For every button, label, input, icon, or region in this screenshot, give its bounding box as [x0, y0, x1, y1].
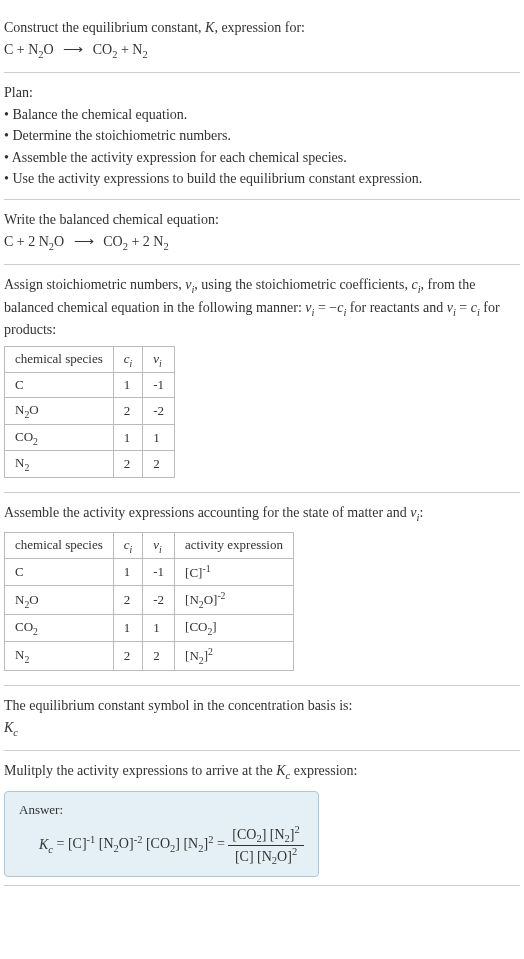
header-section: Construct the equilibrium constant, K, e…: [4, 8, 520, 73]
cell-expr: [N2O]-2: [175, 586, 294, 615]
cell-v: -1: [143, 373, 175, 398]
table-row: C1-1[C]-1: [5, 559, 294, 586]
cell-c: 2: [113, 586, 143, 615]
plan-title: Plan:: [4, 83, 520, 103]
activity-section: Assemble the activity expressions accoun…: [4, 493, 520, 686]
cell-c: 1: [113, 424, 143, 451]
answer-box: Answer: Kc = [C]-1 [N2O]-2 [CO2] [N2]2 =…: [4, 791, 319, 877]
plan-section: Plan: • Balance the chemical equation. •…: [4, 73, 520, 200]
th-species: chemical species: [5, 346, 114, 373]
cell-c: 2: [113, 451, 143, 478]
cell-species: N2: [5, 641, 114, 670]
plan-item-1: • Balance the chemical equation.: [4, 105, 520, 125]
cell-c: 1: [113, 373, 143, 398]
table-row: N2O2-2[N2O]-2: [5, 586, 294, 615]
symbol-text: The equilibrium constant symbol in the c…: [4, 696, 520, 716]
activity-table: chemical species ci νi activity expressi…: [4, 532, 294, 671]
answer-equation: Kc = [C]-1 [N2O]-2 [CO2] [N2]2 = [CO2] […: [39, 824, 304, 866]
cell-species: CO2: [5, 615, 114, 642]
cell-v: 2: [143, 641, 175, 670]
prompt-line: Construct the equilibrium constant, K, e…: [4, 18, 520, 38]
result-text: Mulitply the activity expressions to arr…: [4, 761, 520, 783]
table-row: C1-1: [5, 373, 175, 398]
cell-c: 1: [113, 615, 143, 642]
symbol-kc: Kc: [4, 718, 520, 740]
table-row: N222: [5, 451, 175, 478]
th-vi: νi: [143, 532, 175, 559]
cell-v: -2: [143, 398, 175, 425]
activity-text: Assemble the activity expressions accoun…: [4, 503, 520, 525]
table-row: N2O2-2: [5, 398, 175, 425]
cell-species: N2O: [5, 586, 114, 615]
plan-item-2-text: Determine the stoichiometric numbers.: [12, 128, 231, 143]
stoich-section: Assign stoichiometric numbers, νi, using…: [4, 265, 520, 493]
unbalanced-equation: C + N2O ⟶ CO2 + N2: [4, 40, 520, 62]
th-expr: activity expression: [175, 532, 294, 559]
plan-item-4: • Use the activity expressions to build …: [4, 169, 520, 189]
th-vi: νi: [143, 346, 175, 373]
plan-item-2: • Determine the stoichiometric numbers.: [4, 126, 520, 146]
cell-species: C: [5, 373, 114, 398]
table-header-row: chemical species ci νi activity expressi…: [5, 532, 294, 559]
balanced-title: Write the balanced chemical equation:: [4, 210, 520, 230]
table-row: N222[N2]2: [5, 641, 294, 670]
cell-species: N2: [5, 451, 114, 478]
cell-expr: [CO2]: [175, 615, 294, 642]
cell-c: 2: [113, 641, 143, 670]
plan-item-1-text: Balance the chemical equation.: [12, 107, 187, 122]
result-section: Mulitply the activity expressions to arr…: [4, 751, 520, 886]
th-ci: ci: [113, 346, 143, 373]
cell-v: -2: [143, 586, 175, 615]
stoich-text: Assign stoichiometric numbers, νi, using…: [4, 275, 520, 340]
cell-v: -1: [143, 559, 175, 586]
cell-species: CO2: [5, 424, 114, 451]
answer-label: Answer:: [19, 802, 304, 818]
cell-v: 1: [143, 424, 175, 451]
table-row: CO211[CO2]: [5, 615, 294, 642]
cell-c: 2: [113, 398, 143, 425]
th-ci: ci: [113, 532, 143, 559]
symbol-section: The equilibrium constant symbol in the c…: [4, 686, 520, 751]
balanced-equation: C + 2 N2O ⟶ CO2 + 2 N2: [4, 232, 520, 254]
cell-expr: [C]-1: [175, 559, 294, 586]
cell-species: N2O: [5, 398, 114, 425]
cell-v: 2: [143, 451, 175, 478]
th-species: chemical species: [5, 532, 114, 559]
plan-item-3: • Assemble the activity expression for e…: [4, 148, 520, 168]
balanced-section: Write the balanced chemical equation: C …: [4, 200, 520, 265]
cell-expr: [N2]2: [175, 641, 294, 670]
cell-species: C: [5, 559, 114, 586]
table-row: CO211: [5, 424, 175, 451]
cell-c: 1: [113, 559, 143, 586]
cell-v: 1: [143, 615, 175, 642]
table-header-row: chemical species ci νi: [5, 346, 175, 373]
plan-item-4-text: Use the activity expressions to build th…: [12, 171, 422, 186]
stoich-table: chemical species ci νi C1-1 N2O2-2 CO211…: [4, 346, 175, 478]
plan-item-3-text: Assemble the activity expression for eac…: [12, 150, 347, 165]
